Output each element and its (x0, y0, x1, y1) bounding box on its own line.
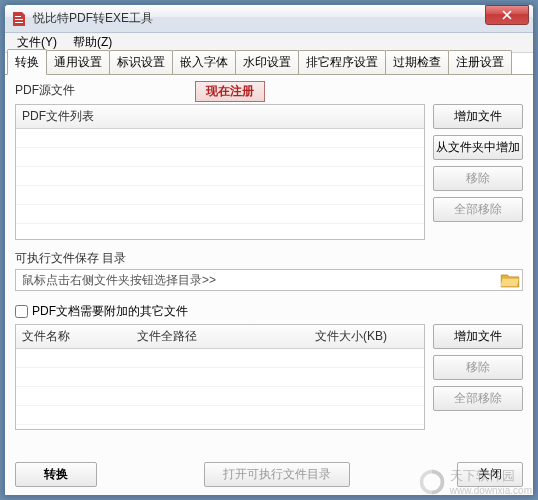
exec-dir-label: 可执行文件保存 目录 (15, 250, 523, 267)
tab-expire[interactable]: 过期检查 (385, 50, 449, 74)
close-window-button[interactable] (485, 5, 529, 25)
source-grid-body[interactable] (16, 129, 424, 239)
add-file-button[interactable]: 增加文件 (433, 104, 523, 129)
attach-files-label: PDF文档需要附加的其它文件 (32, 303, 188, 320)
source-grid-column: PDF文件列表 (22, 108, 94, 125)
remove-button[interactable]: 移除 (433, 166, 523, 191)
tab-convert[interactable]: 转换 (7, 49, 47, 75)
source-label: PDF源文件 (15, 82, 75, 99)
bottom-bar: 转换 打开可执行文件目录 关闭 (15, 446, 523, 487)
attach-remove-button[interactable]: 移除 (433, 355, 523, 380)
convert-button[interactable]: 转换 (15, 462, 97, 487)
attach-add-file-button[interactable]: 增加文件 (433, 324, 523, 349)
exec-dir-input[interactable] (16, 271, 500, 289)
attach-file-grid: 文件名称 文件全路径 文件大小(KB) (15, 324, 425, 430)
tab-exclusive[interactable]: 排它程序设置 (298, 50, 386, 74)
window-title: 悦比特PDF转EXE工具 (33, 10, 485, 27)
add-from-folder-button[interactable]: 从文件夹中增加 (433, 135, 523, 160)
attach-col-path: 文件全路径 (137, 328, 314, 345)
attach-files-checkbox[interactable] (15, 305, 28, 318)
tab-general[interactable]: 通用设置 (46, 50, 110, 74)
attach-col-name: 文件名称 (22, 328, 137, 345)
tab-watermark[interactable]: 水印设置 (235, 50, 299, 74)
tab-identity[interactable]: 标识设置 (109, 50, 173, 74)
close-button[interactable]: 关闭 (457, 462, 523, 487)
attach-col-size: 文件大小(KB) (315, 328, 418, 345)
app-icon (11, 11, 27, 27)
attach-grid-body[interactable] (16, 349, 424, 429)
open-exec-dir-button[interactable]: 打开可执行文件目录 (204, 462, 350, 487)
tab-register[interactable]: 注册设置 (448, 50, 512, 74)
register-now-button[interactable]: 现在注册 (195, 81, 265, 102)
tab-embed-font[interactable]: 嵌入字体 (172, 50, 236, 74)
tab-body: PDF源文件 现在注册 PDF文件列表 增加文件 从文件夹中增加 移除 全部移除… (5, 75, 533, 495)
titlebar: 悦比特PDF转EXE工具 (5, 5, 533, 33)
remove-all-button[interactable]: 全部移除 (433, 197, 523, 222)
source-file-grid: PDF文件列表 (15, 104, 425, 240)
app-window: 悦比特PDF转EXE工具 文件(Y) 帮助(Z) 转换 通用设置 标识设置 嵌入… (4, 4, 534, 496)
browse-folder-icon[interactable] (500, 270, 520, 290)
tabstrip: 转换 通用设置 标识设置 嵌入字体 水印设置 排它程序设置 过期检查 注册设置 (5, 53, 533, 75)
attach-remove-all-button[interactable]: 全部移除 (433, 386, 523, 411)
